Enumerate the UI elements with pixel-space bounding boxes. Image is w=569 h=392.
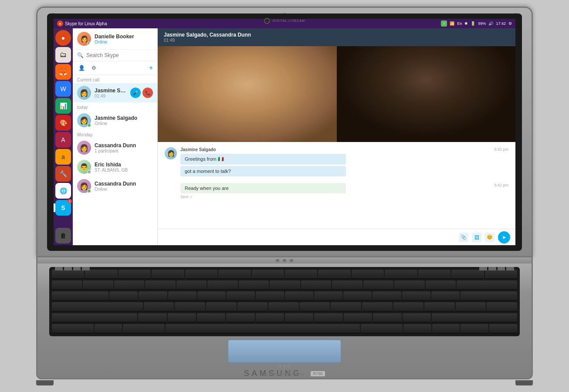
key-f4[interactable] — [185, 270, 217, 279]
key-enter[interactable] — [461, 291, 517, 301]
search-bar[interactable]: 🔍 — [73, 50, 157, 61]
hangup-button[interactable]: 📞 — [142, 88, 153, 98]
key-z[interactable] — [138, 313, 166, 323]
key-0[interactable] — [363, 280, 393, 290]
key-7[interactable] — [270, 280, 300, 290]
send-button[interactable]: ➤ — [498, 231, 510, 243]
launcher-amazon[interactable]: a — [55, 149, 71, 165]
key-arrow-up[interactable] — [432, 324, 460, 334]
key-f8[interactable] — [318, 270, 350, 279]
key-o[interactable] — [343, 291, 372, 301]
key-space[interactable] — [166, 324, 360, 334]
key-slash[interactable] — [403, 313, 431, 323]
key-semicolon[interactable] — [424, 302, 455, 312]
conv-eric[interactable]: 👨 Eric Ishida ST. ALBANS, GB — [73, 157, 157, 176]
key-f[interactable] — [237, 302, 268, 312]
key-alt-left[interactable] — [123, 324, 165, 334]
touchpad[interactable] — [228, 340, 341, 363]
key-j[interactable] — [331, 302, 361, 312]
key-minus[interactable] — [394, 280, 424, 290]
key-alt-right[interactable] — [361, 324, 403, 334]
key-r[interactable] — [197, 291, 226, 301]
toolbar-settings-icon[interactable]: ⚙ — [89, 64, 98, 72]
key-s[interactable] — [175, 302, 205, 312]
key-f7[interactable] — [285, 270, 317, 279]
launcher-draw[interactable]: 🎨 — [55, 115, 71, 131]
key-9[interactable] — [332, 280, 362, 290]
mute-button[interactable]: 🎤 — [130, 88, 141, 98]
launcher-files[interactable]: 🗂 — [55, 47, 71, 63]
key-backtick[interactable] — [52, 280, 82, 290]
launcher-skype[interactable]: S 1 — [55, 200, 71, 216]
key-f10[interactable] — [385, 270, 417, 279]
conv-cassandra[interactable]: 👩 Cassandra Dunn 1 participant — [73, 138, 157, 157]
key-period[interactable] — [373, 313, 401, 323]
key-f1[interactable] — [85, 270, 117, 279]
key-backspace[interactable] — [457, 280, 517, 290]
key-arrow-left[interactable] — [403, 324, 431, 334]
key-arrow-down[interactable] — [461, 324, 488, 334]
key-w[interactable] — [139, 291, 167, 301]
key-f2[interactable] — [119, 270, 151, 279]
key-f5[interactable] — [218, 270, 251, 279]
key-capslock[interactable] — [52, 302, 143, 312]
launcher-writer[interactable]: W — [55, 81, 71, 97]
key-f9[interactable] — [352, 270, 384, 279]
key-fn[interactable] — [95, 324, 122, 334]
contacts-icon[interactable]: 👤 — [77, 64, 86, 72]
key-d[interactable] — [206, 302, 237, 312]
key-6[interactable] — [239, 280, 269, 290]
key-h[interactable] — [300, 302, 330, 312]
key-5[interactable] — [207, 280, 237, 290]
key-ctrl-left[interactable] — [52, 324, 94, 334]
key-1[interactable] — [83, 280, 113, 290]
conv-jasmine[interactable]: 👩 Jasmine Salgado Online — [73, 111, 157, 130]
launcher-ubuntu[interactable]: ● — [55, 30, 71, 46]
key-p[interactable] — [373, 291, 401, 301]
emoji-button[interactable]: 😊 — [485, 233, 494, 242]
key-quote[interactable] — [456, 302, 486, 312]
add-contact-button[interactable]: + — [149, 64, 153, 72]
key-k[interactable] — [362, 302, 393, 312]
key-q[interactable] — [109, 291, 138, 301]
key-t[interactable] — [227, 291, 255, 301]
key-f11[interactable] — [418, 270, 450, 279]
key-shift-right[interactable] — [432, 313, 517, 323]
key-3[interactable] — [145, 280, 175, 290]
key-f3[interactable] — [152, 270, 184, 279]
key-8[interactable] — [301, 280, 331, 290]
key-i[interactable] — [314, 291, 342, 301]
key-l[interactable] — [393, 302, 424, 312]
launcher-firefox[interactable]: 🦊 — [55, 64, 71, 80]
user-avatar[interactable]: 👩 — [77, 32, 91, 46]
launcher-trash[interactable]: 🗑 — [55, 228, 71, 243]
key-hash[interactable] — [487, 302, 517, 312]
key-f12[interactable] — [451, 270, 484, 279]
chat-input[interactable] — [163, 234, 455, 240]
key-comma[interactable] — [344, 313, 372, 323]
key-2[interactable] — [114, 280, 144, 290]
key-tab[interactable] — [52, 291, 108, 301]
conv-cassandra2[interactable]: 👩 Cassandra Dunn Online — [73, 176, 157, 196]
key-lbracket[interactable] — [402, 291, 430, 301]
key-c[interactable] — [197, 313, 225, 323]
key-u[interactable] — [285, 291, 313, 301]
key-x[interactable] — [168, 313, 196, 323]
key-b[interactable] — [256, 313, 284, 323]
key-m[interactable] — [314, 313, 342, 323]
launcher-calc[interactable]: 📊 — [55, 98, 71, 114]
key-v[interactable] — [226, 313, 254, 323]
key-y[interactable] — [256, 291, 284, 301]
current-call-item[interactable]: 👩 Jasmine Salgado, Ca... 01:49 🎤 📞 — [73, 83, 157, 102]
key-del[interactable] — [485, 270, 517, 279]
key-e[interactable] — [168, 291, 196, 301]
launcher-chrome[interactable]: 🌐 — [55, 183, 71, 199]
key-equals[interactable] — [426, 280, 456, 290]
key-n[interactable] — [285, 313, 313, 323]
add-file-button[interactable]: 📎 — [459, 233, 468, 242]
key-esc[interactable] — [52, 270, 84, 279]
launcher-fonts[interactable]: A — [55, 132, 71, 148]
launcher-settings[interactable]: 🔧 — [55, 166, 71, 182]
key-arrow-right[interactable] — [489, 324, 517, 334]
key-4[interactable] — [176, 280, 207, 290]
